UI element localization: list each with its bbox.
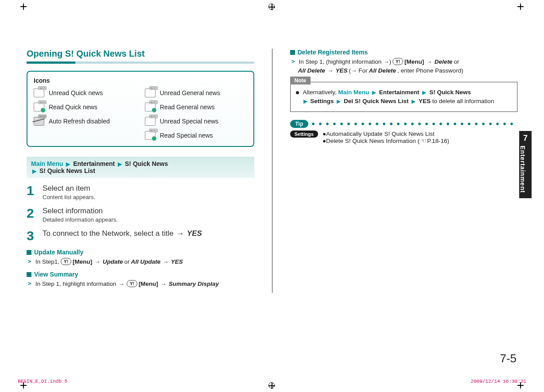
tip-item: ●Delete S! Quick News Information (☞P.18…	[323, 137, 449, 144]
option: All Update	[131, 258, 161, 265]
news-read-icon	[34, 103, 44, 111]
right-column: Delete Registered Items ＞ In Step 1, (hi…	[290, 49, 518, 293]
softkey-icon: Y!	[392, 58, 403, 65]
nav-segment: YES	[419, 98, 431, 104]
nav-segment: S! Quick News List	[39, 167, 95, 174]
news-read-icon	[145, 103, 155, 111]
bullet-icon	[296, 91, 299, 94]
nav-segment: Main Menu	[338, 89, 369, 96]
text: (→ For	[349, 67, 368, 74]
sub-heading: Delete Registered Items	[298, 49, 368, 56]
page-number: 7-5	[500, 352, 517, 365]
step-main: To connect to the Network, select a titl…	[43, 229, 202, 238]
view-summary-heading: View Summary	[27, 271, 254, 278]
hand-pointer-icon: ☞	[420, 137, 427, 144]
news-read-icon	[145, 131, 155, 140]
step-1: Select an item Content list appears.	[27, 184, 254, 200]
arrow-right-icon: →	[162, 258, 170, 265]
arrow-right-icon: →	[175, 229, 185, 238]
chevron-right-icon: ▶	[302, 98, 309, 104]
sub-heading: Update Manually	[34, 249, 83, 256]
text: Automatically Update S! Quick News List	[326, 131, 435, 137]
icon-unread-quick: Unread Quick news	[34, 88, 136, 97]
option: Summary Display	[169, 281, 219, 287]
icon-read-general: Read General news	[145, 103, 247, 111]
text: Delete S! Quick News Information (	[326, 138, 420, 144]
title-rule	[27, 61, 254, 64]
delete-registered-line1: ＞ In Step 1, (highlight information →) Y…	[290, 58, 518, 65]
arrow-right-icon: →	[117, 281, 125, 287]
icon-label: Read General news	[160, 104, 215, 111]
side-tab: 7 Entertainment	[519, 131, 532, 198]
chevron-right-icon: ▶	[410, 98, 417, 104]
chevron-right-icon: ▶	[335, 98, 342, 104]
sub-heading: View Summary	[34, 271, 78, 278]
dots-divider	[312, 123, 517, 125]
nav-segment: Entertainment	[73, 160, 115, 167]
nav-path: Main Menu ▶ Entertainment ▶ S! Quick New…	[27, 157, 254, 178]
option: Delete	[435, 58, 453, 65]
square-bullet-icon	[27, 272, 31, 277]
chapter-number: 7	[519, 134, 532, 143]
chevron-right-icon: ▶	[117, 161, 123, 167]
square-bullet-icon	[290, 50, 295, 55]
refresh-disabled-icon	[34, 117, 44, 126]
step-main: Select information	[43, 207, 118, 215]
footer-left: BEGIN_E_OI.indb 5	[18, 379, 67, 384]
icon-auto-refresh-disabled: Auto Refresh disabled	[34, 117, 136, 126]
section-title: Opening S! Quick News List	[27, 49, 254, 59]
chevron-right-icon: ▶	[421, 89, 427, 96]
note-box: Note Alternatively, Main Menu ▶ Entertai…	[290, 82, 518, 112]
icon-read-quick: Read Quick news	[34, 103, 136, 111]
icon-label: Auto Refresh disabled	[49, 118, 110, 125]
chevron-right-icon: ＞	[27, 280, 34, 288]
text: , enter Phone Password)	[397, 67, 463, 74]
text: to delete all information	[432, 98, 494, 104]
option: Update	[103, 258, 123, 265]
icon-unread-special: Unread Special news	[145, 117, 247, 126]
step-main: Select an item	[43, 184, 95, 193]
text: )	[447, 138, 449, 144]
step-sub: Content list appears.	[43, 194, 95, 200]
nav-segment: S! Quick News	[125, 160, 168, 167]
step-text: To connect to the Network, select a titl…	[43, 229, 175, 238]
arrow-right-icon: →	[425, 58, 433, 65]
menu-label: [Menu]	[73, 258, 92, 265]
option: All Delete	[369, 67, 396, 74]
text: In Step 1, (highlight information →)	[299, 58, 392, 65]
option-yes: YES	[336, 67, 348, 74]
nav-segment: Settings	[310, 98, 334, 104]
arrow-right-icon: →	[93, 258, 101, 265]
step-yes: YES	[185, 229, 202, 238]
tip-row: Tip	[290, 120, 518, 128]
step-sub: Detailed information appears.	[43, 216, 118, 223]
chevron-right-icon: ＞	[27, 257, 34, 265]
left-column: Opening S! Quick News List Icons Unread …	[27, 49, 254, 293]
text: or	[124, 258, 130, 265]
arrow-right-icon: →	[159, 281, 167, 287]
page-ref: P.18-16	[427, 138, 447, 144]
chevron-right-icon: ＞	[290, 58, 298, 65]
nav-segment: Main Menu	[31, 160, 63, 167]
text: Alternatively,	[303, 89, 338, 96]
icon-label: Unread Quick news	[49, 89, 103, 96]
icon-label: Unread General news	[160, 89, 220, 96]
square-bullet-icon	[27, 250, 31, 255]
page: Opening S! Quick News List Icons Unread …	[0, 0, 544, 392]
softkey-icon: Y!	[61, 258, 71, 265]
chapter-title: Entertainment	[519, 146, 526, 193]
delete-registered-heading: Delete Registered Items	[290, 49, 518, 56]
update-manually-line: ＞ In Step1, Y! [Menu] → Update or All Up…	[27, 257, 254, 265]
option-yes: YES	[171, 258, 183, 265]
text: or	[454, 58, 459, 65]
icon-unread-general: Unread General news	[145, 88, 247, 97]
steps-list: Select an item Content list appears. Sel…	[27, 184, 254, 242]
step-3: To connect to the Network, select a titl…	[27, 229, 254, 242]
icon-label: Unread Special news	[160, 118, 218, 125]
icons-box: Icons Unread Quick news Unread General n…	[27, 71, 254, 147]
news-unread-icon	[34, 88, 44, 97]
icon-read-special: Read Special news	[145, 131, 247, 140]
menu-label: [Menu]	[139, 281, 158, 287]
icons-box-title: Icons	[34, 77, 247, 84]
nav-segment: S! Quick News	[429, 89, 471, 96]
